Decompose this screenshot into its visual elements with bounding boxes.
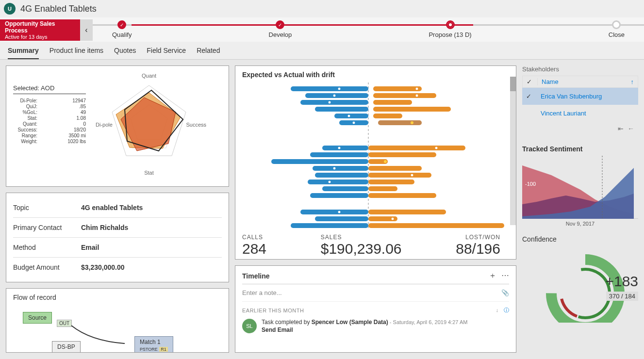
svg-point-50 xyxy=(384,160,387,163)
svg-rect-57 xyxy=(368,210,446,214)
svg-text:Stat: Stat xyxy=(144,170,154,176)
drift-scrollbar[interactable] xyxy=(510,77,516,225)
entry-action[interactable]: Send Email xyxy=(262,326,467,333)
svg-rect-48 xyxy=(368,152,436,157)
svg-point-53 xyxy=(411,174,413,177)
radar-stats: Di-Pole:12947 QuiJ:.85 %GoL:49 Stat:1.08… xyxy=(13,98,86,144)
gauge-sub: 370 / 184 xyxy=(606,292,638,301)
process-bar: Opportunity Sales Process Active for 13 … xyxy=(0,17,644,42)
stage-qualify[interactable]: ✓Qualify xyxy=(112,17,132,38)
svg-text:Di-pole: Di-pole xyxy=(96,122,113,128)
svg-point-40 xyxy=(415,94,418,97)
svg-rect-46 xyxy=(368,146,465,150)
process-stages: ✓Qualify ✓Develop Propose (13 D) Close xyxy=(93,17,644,42)
process-duration: Active for 13 days xyxy=(5,34,75,40)
timeline-info-icon[interactable]: ⓘ xyxy=(504,307,510,313)
stakeholder-row[interactable]: ✓Erica Van Stubenburg xyxy=(522,88,638,105)
svg-rect-54 xyxy=(368,180,414,184)
svg-rect-37 xyxy=(373,86,422,91)
svg-point-45 xyxy=(411,121,413,124)
svg-rect-28 xyxy=(315,173,368,178)
svg-rect-56 xyxy=(368,193,436,198)
stakeholders-header[interactable]: ✓ Name↑ xyxy=(522,76,638,88)
stage-propose[interactable]: Propose (13 D) xyxy=(429,17,471,38)
svg-rect-44 xyxy=(378,120,422,125)
flow-panel: Flow of record Source OUT DS-BP Match 1 … xyxy=(6,288,229,353)
entry-avatar: SL xyxy=(242,319,257,333)
flow-node-match[interactable]: Match 1 PSTORE R1 xyxy=(134,336,173,353)
radar-chart: Quant Success Stat Di-pole xyxy=(86,71,222,181)
svg-rect-55 xyxy=(368,186,397,191)
attach-icon[interactable]: 📎 xyxy=(501,289,509,296)
sort-icon[interactable]: ↑ xyxy=(631,78,634,85)
svg-point-12 xyxy=(338,87,341,90)
timeline-more-icon[interactable]: ⋯ xyxy=(501,271,509,281)
tab-summary[interactable]: Summary xyxy=(8,47,39,59)
tab-quotes[interactable]: Quotes xyxy=(114,47,136,59)
svg-rect-32 xyxy=(310,193,368,198)
stage-develop[interactable]: ✓Develop xyxy=(269,17,292,38)
svg-point-59 xyxy=(391,217,394,220)
svg-rect-41 xyxy=(373,100,412,105)
flow-node-dsbp[interactable]: DS-BP xyxy=(52,341,81,353)
svg-rect-43 xyxy=(373,114,402,118)
timeline-title: Timeline xyxy=(242,272,270,280)
svg-rect-17 xyxy=(315,107,368,112)
svg-point-14 xyxy=(333,94,336,97)
radar-panel: Selected: AOD Di-Pole:12947 QuiJ:.85 %Go… xyxy=(6,65,229,187)
app-header: U 4G Enabled Tablets xyxy=(0,0,644,17)
svg-rect-22 xyxy=(322,146,368,150)
svg-rect-11 xyxy=(291,86,368,91)
sentiment-panel: Tracked Sentiment -100 Nov 9, 2017 xyxy=(522,141,638,227)
svg-point-47 xyxy=(435,147,438,149)
svg-point-16 xyxy=(328,101,331,104)
svg-rect-26 xyxy=(313,166,368,171)
timeline-entry[interactable]: SL Task completed by Spencer Low (Sample… xyxy=(242,319,509,333)
svg-rect-39 xyxy=(373,93,436,98)
svg-point-23 xyxy=(338,147,341,149)
drift-title: Expected vs Actual with drift xyxy=(242,71,509,79)
app-icon: U xyxy=(4,3,16,15)
gauge-value: +183 xyxy=(605,273,638,290)
timeline-note-input[interactable]: Enter a note... 📎 xyxy=(242,284,509,302)
svg-text:Quant: Quant xyxy=(142,73,156,79)
svg-rect-24 xyxy=(310,152,368,157)
timeline-panel: Timeline ＋ ⋯ Enter a note... 📎 EARLIER T… xyxy=(235,265,516,353)
drift-panel: Expected vs Actual with drift xyxy=(235,65,516,260)
process-name: Opportunity Sales Process xyxy=(5,20,75,34)
stage-close[interactable]: Close xyxy=(609,17,625,38)
metric-calls: CALLS284 xyxy=(242,234,266,257)
svg-rect-51 xyxy=(368,166,422,171)
svg-rect-15 xyxy=(300,100,368,105)
stakeholder-row[interactable]: Vincent Lauriant xyxy=(522,105,638,122)
flow-title: Flow of record xyxy=(13,294,222,301)
svg-point-21 xyxy=(352,121,355,124)
nav-prev-icon[interactable]: ← xyxy=(627,125,634,132)
metric-lostwon: LOST/WON88/196 xyxy=(456,234,500,257)
details-panel: Topic4G enabled Tablets Primary ContactC… xyxy=(6,193,229,282)
svg-point-19 xyxy=(347,114,350,117)
svg-rect-60 xyxy=(368,223,504,228)
process-back-button[interactable]: ‹ xyxy=(80,19,93,41)
svg-rect-35 xyxy=(315,216,368,221)
svg-rect-33 xyxy=(300,210,368,214)
svg-rect-13 xyxy=(305,93,368,98)
tab-related[interactable]: Related xyxy=(197,47,220,59)
tab-product-line-items[interactable]: Product line items xyxy=(50,47,103,59)
tab-field-service[interactable]: Field Service xyxy=(147,47,186,59)
confidence-panel: Confidence +183 370 / 184 xyxy=(522,232,638,313)
drift-chart xyxy=(242,82,509,228)
timeline-sort-icon[interactable]: ↓ xyxy=(496,307,499,313)
svg-point-38 xyxy=(415,87,418,90)
timeline-add-icon[interactable]: ＋ xyxy=(489,271,496,281)
svg-point-30 xyxy=(328,180,331,183)
svg-rect-42 xyxy=(373,107,451,112)
process-badge[interactable]: Opportunity Sales Process Active for 13 … xyxy=(0,19,80,41)
radar-title: Selected: AOD xyxy=(13,84,86,94)
svg-rect-31 xyxy=(322,186,368,191)
stakeholders-panel: Stakeholders ✓ Name↑ ✓Erica Van Stubenbu… xyxy=(522,65,638,135)
svg-text:-100: -100 xyxy=(525,181,536,187)
svg-rect-18 xyxy=(334,114,368,118)
nav-first-icon[interactable]: ⇤ xyxy=(618,125,624,132)
svg-rect-36 xyxy=(291,223,368,228)
